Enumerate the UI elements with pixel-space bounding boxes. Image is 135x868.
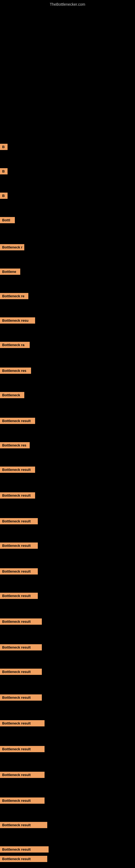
bottleneck-label-12: Bottleneck result — [0, 418, 35, 424]
bottleneck-label-24: Bottleneck result — [0, 720, 45, 726]
bottleneck-label-20: Bottleneck result — [0, 618, 42, 625]
bottleneck-label-23: Bottleneck result — [0, 694, 42, 701]
bottleneck-label-19: Bottleneck result — [0, 593, 38, 599]
bottleneck-label-22: Bottleneck result — [0, 669, 42, 675]
bottleneck-label-28: Bottleneck result — [0, 822, 47, 828]
bottleneck-label-18: Bottleneck result — [0, 568, 38, 575]
bottleneck-label-1: B — [0, 144, 8, 150]
site-title: TheBottlenecker.com — [50, 2, 85, 6]
bottleneck-label-16: Bottleneck result — [0, 518, 38, 524]
bottleneck-label-21: Bottleneck result — [0, 644, 42, 650]
bottleneck-label-5: Bottleneck r — [0, 244, 24, 250]
bottleneck-label-11: Bottleneck — [0, 392, 24, 398]
bottleneck-label-2: B — [0, 168, 8, 175]
bottleneck-label-14: Bottleneck result — [0, 467, 35, 473]
bottleneck-label-25: Bottleneck result — [0, 746, 45, 752]
bottleneck-label-3: B — [0, 193, 8, 199]
bottleneck-label-17: Bottleneck result — [0, 542, 38, 549]
bottleneck-label-10: Bottleneck res — [0, 368, 31, 374]
bottleneck-label-15: Bottleneck result — [0, 492, 35, 499]
bottleneck-label-30: Bottleneck result — [0, 856, 47, 862]
bottleneck-label-26: Bottleneck result — [0, 772, 45, 778]
bottleneck-label-4: Bottl — [0, 217, 15, 223]
bottleneck-label-8: Bottleneck resu — [0, 317, 35, 323]
bottleneck-label-6: Bottlene — [0, 269, 20, 275]
bottleneck-label-29: Bottleneck result — [0, 846, 49, 852]
bottleneck-label-7: Bottleneck re — [0, 293, 28, 299]
bottleneck-label-27: Bottleneck result — [0, 798, 45, 804]
bottleneck-label-9: Bottleneck ra — [0, 342, 30, 348]
bottleneck-label-13: Bottleneck res — [0, 442, 30, 448]
